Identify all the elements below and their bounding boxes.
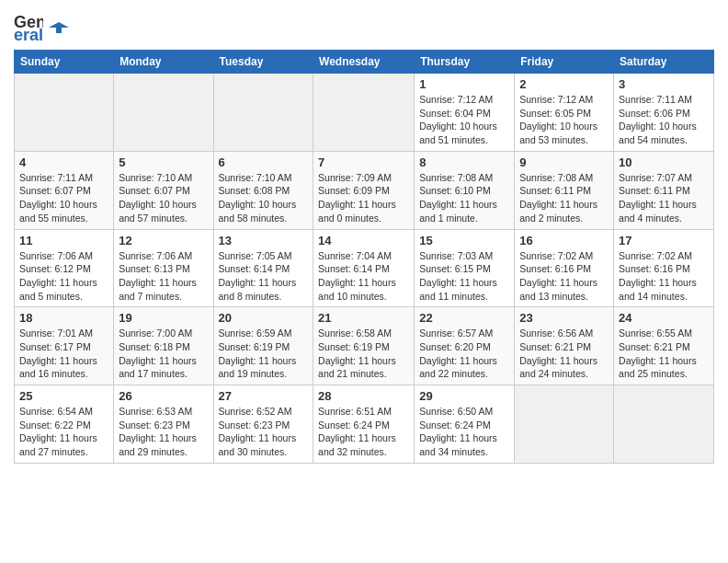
day-info: Sunrise: 7:08 AM Sunset: 6:11 PM Dayligh… — [519, 171, 609, 225]
day-info: Sunrise: 7:06 AM Sunset: 6:13 PM Dayligh… — [119, 249, 208, 304]
day-info: Sunrise: 7:04 AM Sunset: 6:14 PM Dayligh… — [318, 249, 409, 304]
day-number: 11 — [19, 234, 108, 247]
column-header-saturday: Saturday — [614, 51, 714, 74]
calendar-cell: 22Sunrise: 6:57 AM Sunset: 6:20 PM Dayli… — [415, 307, 515, 385]
day-info: Sunrise: 6:55 AM Sunset: 6:21 PM Dayligh… — [619, 327, 709, 381]
calendar-table: SundayMondayTuesdayWednesdayThursdayFrid… — [14, 50, 714, 464]
day-info: Sunrise: 7:02 AM Sunset: 6:16 PM Dayligh… — [619, 249, 709, 304]
calendar-cell — [213, 74, 313, 152]
day-info: Sunrise: 7:06 AM Sunset: 6:12 PM Dayligh… — [19, 249, 108, 304]
calendar-header-row: SundayMondayTuesdayWednesdayThursdayFrid… — [15, 51, 714, 74]
day-number: 4 — [19, 155, 108, 169]
svg-marker-2 — [49, 22, 69, 33]
calendar-cell: 13Sunrise: 7:05 AM Sunset: 6:14 PM Dayli… — [213, 229, 313, 307]
calendar-cell: 19Sunrise: 7:00 AM Sunset: 6:18 PM Dayli… — [114, 307, 213, 385]
calendar-cell: 2Sunrise: 7:12 AM Sunset: 6:05 PM Daylig… — [515, 74, 614, 152]
day-number: 7 — [318, 155, 409, 169]
calendar-cell — [114, 74, 213, 152]
day-info: Sunrise: 6:54 AM Sunset: 6:22 PM Dayligh… — [19, 405, 108, 459]
day-info: Sunrise: 6:50 AM Sunset: 6:24 PM Dayligh… — [419, 405, 509, 459]
day-number: 3 — [619, 77, 709, 91]
calendar-cell: 4Sunrise: 7:11 AM Sunset: 6:07 PM Daylig… — [15, 151, 114, 229]
day-number: 2 — [519, 77, 609, 91]
svg-text:eral: eral — [14, 26, 43, 42]
calendar-cell: 12Sunrise: 7:06 AM Sunset: 6:13 PM Dayli… — [114, 229, 213, 307]
calendar-cell — [614, 385, 714, 464]
column-header-sunday: Sunday — [15, 51, 114, 74]
logo-bird-icon — [49, 20, 69, 35]
calendar-page: Gen eral SundayMondayTuesdayWednesdayThu… — [0, 0, 728, 473]
day-number: 29 — [419, 389, 509, 403]
day-number: 14 — [318, 234, 409, 247]
calendar-cell: 9Sunrise: 7:08 AM Sunset: 6:11 PM Daylig… — [515, 151, 614, 229]
calendar-cell — [15, 74, 114, 152]
day-number: 26 — [119, 389, 208, 403]
day-number: 1 — [419, 77, 509, 91]
calendar-cell: 15Sunrise: 7:03 AM Sunset: 6:15 PM Dayli… — [415, 229, 515, 307]
day-number: 21 — [318, 311, 409, 325]
calendar-cell: 7Sunrise: 7:09 AM Sunset: 6:09 PM Daylig… — [313, 151, 415, 229]
day-info: Sunrise: 7:07 AM Sunset: 6:11 PM Dayligh… — [619, 171, 709, 225]
day-number: 16 — [519, 234, 609, 247]
calendar-cell: 14Sunrise: 7:04 AM Sunset: 6:14 PM Dayli… — [313, 229, 415, 307]
day-number: 6 — [219, 155, 309, 169]
calendar-cell: 11Sunrise: 7:06 AM Sunset: 6:12 PM Dayli… — [15, 229, 114, 307]
day-info: Sunrise: 7:08 AM Sunset: 6:10 PM Dayligh… — [419, 171, 509, 225]
day-number: 24 — [619, 311, 709, 325]
calendar-cell: 26Sunrise: 6:53 AM Sunset: 6:23 PM Dayli… — [114, 385, 213, 464]
calendar-cell: 23Sunrise: 6:56 AM Sunset: 6:21 PM Dayli… — [515, 307, 614, 385]
calendar-cell: 28Sunrise: 6:51 AM Sunset: 6:24 PM Dayli… — [313, 385, 415, 464]
calendar-cell: 8Sunrise: 7:08 AM Sunset: 6:10 PM Daylig… — [415, 151, 515, 229]
day-info: Sunrise: 7:11 AM Sunset: 6:07 PM Dayligh… — [19, 171, 108, 225]
day-number: 23 — [519, 311, 609, 325]
day-info: Sunrise: 6:59 AM Sunset: 6:19 PM Dayligh… — [219, 327, 309, 381]
calendar-cell: 29Sunrise: 6:50 AM Sunset: 6:24 PM Dayli… — [415, 385, 515, 464]
calendar-cell: 21Sunrise: 6:58 AM Sunset: 6:19 PM Dayli… — [313, 307, 415, 385]
calendar-week-3: 11Sunrise: 7:06 AM Sunset: 6:12 PM Dayli… — [15, 229, 714, 307]
column-header-friday: Friday — [515, 51, 614, 74]
calendar-cell: 16Sunrise: 7:02 AM Sunset: 6:16 PM Dayli… — [515, 229, 614, 307]
day-number: 17 — [619, 234, 709, 247]
logo: Gen eral — [14, 9, 69, 42]
calendar-week-2: 4Sunrise: 7:11 AM Sunset: 6:07 PM Daylig… — [15, 151, 714, 229]
day-number: 28 — [318, 389, 409, 403]
day-number: 18 — [19, 311, 108, 325]
calendar-cell — [515, 385, 614, 464]
day-number: 25 — [19, 389, 108, 403]
calendar-cell: 3Sunrise: 7:11 AM Sunset: 6:06 PM Daylig… — [614, 74, 714, 152]
day-number: 5 — [119, 155, 208, 169]
calendar-week-5: 25Sunrise: 6:54 AM Sunset: 6:22 PM Dayli… — [15, 385, 714, 464]
day-info: Sunrise: 7:09 AM Sunset: 6:09 PM Dayligh… — [318, 171, 409, 225]
calendar-cell: 27Sunrise: 6:52 AM Sunset: 6:23 PM Dayli… — [213, 385, 313, 464]
column-header-monday: Monday — [114, 51, 213, 74]
calendar-cell: 24Sunrise: 6:55 AM Sunset: 6:21 PM Dayli… — [614, 307, 714, 385]
calendar-week-4: 18Sunrise: 7:01 AM Sunset: 6:17 PM Dayli… — [15, 307, 714, 385]
calendar-cell: 17Sunrise: 7:02 AM Sunset: 6:16 PM Dayli… — [614, 229, 714, 307]
calendar-cell: 25Sunrise: 6:54 AM Sunset: 6:22 PM Dayli… — [15, 385, 114, 464]
column-header-thursday: Thursday — [415, 51, 515, 74]
day-number: 8 — [419, 155, 509, 169]
day-info: Sunrise: 7:00 AM Sunset: 6:18 PM Dayligh… — [119, 327, 208, 381]
day-info: Sunrise: 7:12 AM Sunset: 6:05 PM Dayligh… — [519, 93, 609, 147]
day-number: 20 — [219, 311, 309, 325]
day-info: Sunrise: 7:11 AM Sunset: 6:06 PM Dayligh… — [619, 93, 709, 147]
header: Gen eral — [14, 9, 714, 42]
day-info: Sunrise: 6:57 AM Sunset: 6:20 PM Dayligh… — [419, 327, 509, 381]
calendar-cell: 20Sunrise: 6:59 AM Sunset: 6:19 PM Dayli… — [213, 307, 313, 385]
day-info: Sunrise: 6:53 AM Sunset: 6:23 PM Dayligh… — [119, 405, 208, 459]
day-info: Sunrise: 7:10 AM Sunset: 6:08 PM Dayligh… — [219, 171, 309, 225]
calendar-cell: 1Sunrise: 7:12 AM Sunset: 6:04 PM Daylig… — [415, 74, 515, 152]
day-number: 27 — [219, 389, 309, 403]
calendar-cell — [313, 74, 415, 152]
calendar-week-1: 1Sunrise: 7:12 AM Sunset: 6:04 PM Daylig… — [15, 74, 714, 152]
day-number: 22 — [419, 311, 509, 325]
day-number: 15 — [419, 234, 509, 247]
day-info: Sunrise: 7:01 AM Sunset: 6:17 PM Dayligh… — [19, 327, 108, 381]
day-info: Sunrise: 6:52 AM Sunset: 6:23 PM Dayligh… — [219, 405, 309, 459]
day-info: Sunrise: 7:05 AM Sunset: 6:14 PM Dayligh… — [219, 249, 309, 304]
day-info: Sunrise: 7:10 AM Sunset: 6:07 PM Dayligh… — [119, 171, 208, 225]
day-info: Sunrise: 6:58 AM Sunset: 6:19 PM Dayligh… — [318, 327, 409, 381]
day-number: 19 — [119, 311, 208, 325]
day-info: Sunrise: 6:51 AM Sunset: 6:24 PM Dayligh… — [318, 405, 409, 459]
day-info: Sunrise: 7:02 AM Sunset: 6:16 PM Dayligh… — [519, 249, 609, 304]
